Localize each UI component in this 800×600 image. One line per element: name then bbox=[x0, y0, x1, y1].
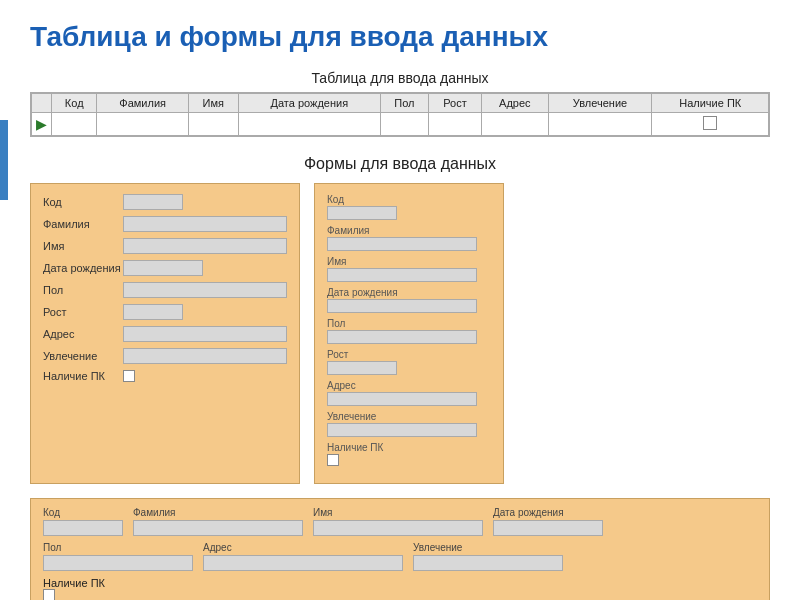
wide-col-kod: Код bbox=[43, 507, 123, 536]
cell-nalichie bbox=[652, 112, 769, 135]
input-imya[interactable] bbox=[123, 238, 287, 254]
col-header-pol: Пол bbox=[380, 93, 428, 112]
wide-label-kod: Код bbox=[43, 507, 123, 518]
wide-label-nalichie: Наличие ПК bbox=[43, 577, 757, 589]
small-row-uvlechenie: Увлечение bbox=[327, 411, 491, 437]
small-input-nalichie-checkbox[interactable] bbox=[327, 454, 339, 466]
cell-data bbox=[238, 112, 380, 135]
small-label-nalichie: Наличие ПК bbox=[327, 442, 491, 453]
wide-input-pol[interactable] bbox=[43, 555, 193, 571]
wide-row3: Наличие ПК bbox=[43, 577, 757, 600]
col-header-rost: Рост bbox=[428, 93, 481, 112]
col-header-adres: Адрес bbox=[482, 93, 548, 112]
form-row-familiya: Фамилия bbox=[43, 216, 287, 232]
small-input-adres[interactable] bbox=[327, 392, 477, 406]
col-header-imya: Имя bbox=[188, 93, 238, 112]
wide-input-imya[interactable] bbox=[313, 520, 483, 536]
wide-label-pol: Пол bbox=[43, 542, 193, 553]
small-row-rost: Рост bbox=[327, 349, 491, 375]
wide-col-adres: Адрес bbox=[203, 542, 403, 571]
small-row-data: Дата рождения bbox=[327, 287, 491, 313]
cell-rost bbox=[428, 112, 481, 135]
page-title: Таблица и формы для ввода данных bbox=[30, 20, 770, 54]
small-row-kod: Код bbox=[327, 194, 491, 220]
small-label-adres: Адрес bbox=[327, 380, 491, 391]
form-row-nalichie: Наличие ПК bbox=[43, 370, 287, 382]
col-header-data: Дата рождения bbox=[238, 93, 380, 112]
wide-row1: Код Фамилия Имя Дата рождения bbox=[43, 507, 757, 536]
label-kod: Код bbox=[43, 196, 123, 208]
wide-input-data[interactable] bbox=[493, 520, 603, 536]
input-nalichie-checkbox[interactable] bbox=[123, 370, 135, 382]
input-pol[interactable] bbox=[123, 282, 287, 298]
wide-label-data: Дата рождения bbox=[493, 507, 603, 518]
small-row-pol: Пол bbox=[327, 318, 491, 344]
row-indicator: ▶ bbox=[32, 112, 52, 135]
input-data[interactable] bbox=[123, 260, 203, 276]
forms-row: Код Фамилия Имя Дата рождения Пол Рост bbox=[30, 183, 770, 484]
input-kod[interactable] bbox=[123, 194, 183, 210]
wide-input-uvlechenie[interactable] bbox=[413, 555, 563, 571]
wide-col-data: Дата рождения bbox=[493, 507, 603, 536]
small-input-data[interactable] bbox=[327, 299, 477, 313]
small-label-uvlechenie: Увлечение bbox=[327, 411, 491, 422]
wide-row2: Пол Адрес Увлечение bbox=[43, 542, 757, 571]
small-input-familiya[interactable] bbox=[327, 237, 477, 251]
form-row-imya: Имя bbox=[43, 238, 287, 254]
small-label-familiya: Фамилия bbox=[327, 225, 491, 236]
wide-input-adres[interactable] bbox=[203, 555, 403, 571]
input-rost[interactable] bbox=[123, 304, 183, 320]
form-row-pol: Пол bbox=[43, 282, 287, 298]
small-label-kod: Код bbox=[327, 194, 491, 205]
wide-label-familiya: Фамилия bbox=[133, 507, 303, 518]
small-row-adres: Адрес bbox=[327, 380, 491, 406]
table-header-row: Код Фамилия Имя Дата рождения Пол Рост А… bbox=[32, 93, 769, 112]
form-row-uvlechenie: Увлечение bbox=[43, 348, 287, 364]
cell-adres bbox=[482, 112, 548, 135]
small-input-kod[interactable] bbox=[327, 206, 397, 220]
nalichie-checkbox-display bbox=[703, 116, 717, 130]
cell-kod bbox=[52, 112, 97, 135]
wide-input-kod[interactable] bbox=[43, 520, 123, 536]
label-nalichie: Наличие ПК bbox=[43, 370, 123, 382]
label-pol: Пол bbox=[43, 284, 123, 296]
data-table: Код Фамилия Имя Дата рождения Пол Рост А… bbox=[31, 93, 769, 136]
label-uvlechenie: Увлечение bbox=[43, 350, 123, 362]
wide-col-pol: Пол bbox=[43, 542, 193, 571]
col-header-kod: Код bbox=[52, 93, 97, 112]
small-label-data: Дата рождения bbox=[327, 287, 491, 298]
wide-input-familiya[interactable] bbox=[133, 520, 303, 536]
label-adres: Адрес bbox=[43, 328, 123, 340]
input-uvlechenie[interactable] bbox=[123, 348, 287, 364]
small-input-pol[interactable] bbox=[327, 330, 477, 344]
wide-label-imya: Имя bbox=[313, 507, 483, 518]
blue-accent-bar bbox=[0, 120, 8, 200]
form-row-data: Дата рождения bbox=[43, 260, 287, 276]
cell-pol bbox=[380, 112, 428, 135]
col-header-indicator bbox=[32, 93, 52, 112]
wide-label-uvlechenie: Увлечение bbox=[413, 542, 563, 553]
small-label-imya: Имя bbox=[327, 256, 491, 267]
small-label-pol: Пол bbox=[327, 318, 491, 329]
small-input-rost[interactable] bbox=[327, 361, 397, 375]
label-imya: Имя bbox=[43, 240, 123, 252]
wide-input-nalichie-checkbox[interactable] bbox=[43, 589, 55, 600]
form-row-kod: Код bbox=[43, 194, 287, 210]
col-header-uvlechenie: Увлечение bbox=[548, 93, 652, 112]
small-input-uvlechenie[interactable] bbox=[327, 423, 477, 437]
cell-imya bbox=[188, 112, 238, 135]
wide-label-adres: Адрес bbox=[203, 542, 403, 553]
label-data: Дата рождения bbox=[43, 262, 123, 274]
cell-familiya bbox=[97, 112, 188, 135]
label-rost: Рост bbox=[43, 306, 123, 318]
wide-col-uvlechenie: Увлечение bbox=[413, 542, 563, 571]
table-section: Таблица для ввода данных Код Фамилия Имя… bbox=[30, 70, 770, 137]
wide-col-imya: Имя bbox=[313, 507, 483, 536]
input-familiya[interactable] bbox=[123, 216, 287, 232]
small-label-rost: Рост bbox=[327, 349, 491, 360]
small-row-nalichie: Наличие ПК bbox=[327, 442, 491, 468]
cell-uvlechenie bbox=[548, 112, 652, 135]
input-adres[interactable] bbox=[123, 326, 287, 342]
small-input-imya[interactable] bbox=[327, 268, 477, 282]
table-wrapper: Код Фамилия Имя Дата рождения Пол Рост А… bbox=[30, 92, 770, 137]
